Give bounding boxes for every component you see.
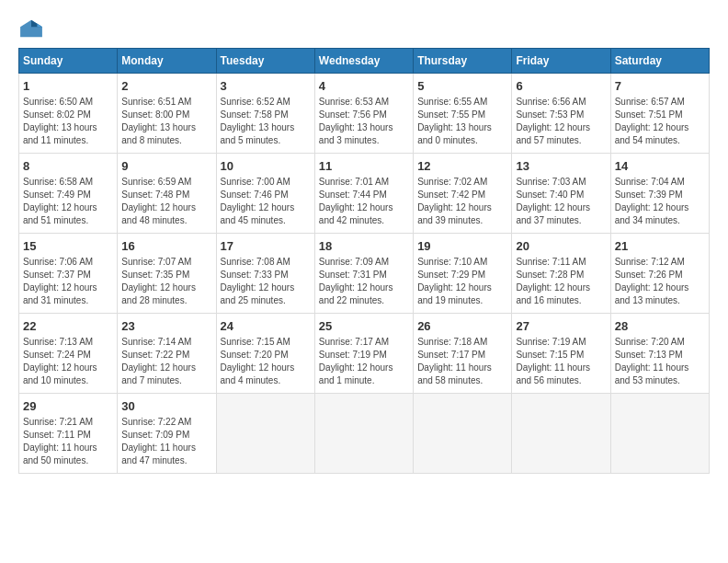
day-info: Sunrise: 7:18 AM Sunset: 7:17 PM Dayligh… (417, 336, 507, 387)
calendar-cell: 8Sunrise: 6:58 AM Sunset: 7:49 PM Daylig… (19, 154, 118, 234)
day-info: Sunrise: 6:53 AM Sunset: 7:56 PM Dayligh… (319, 96, 409, 147)
day-info: Sunrise: 7:08 AM Sunset: 7:33 PM Dayligh… (221, 256, 311, 307)
day-number: 25 (319, 319, 409, 333)
day-info: Sunrise: 6:59 AM Sunset: 7:48 PM Dayligh… (121, 176, 211, 227)
day-number: 2 (121, 79, 211, 93)
day-info: Sunrise: 7:19 AM Sunset: 7:15 PM Dayligh… (516, 336, 606, 387)
calendar-cell: 29Sunrise: 7:21 AM Sunset: 7:11 PM Dayli… (19, 394, 118, 474)
day-info: Sunrise: 7:14 AM Sunset: 7:22 PM Dayligh… (121, 336, 211, 387)
calendar-cell: 3Sunrise: 6:52 AM Sunset: 7:58 PM Daylig… (216, 74, 314, 154)
day-info: Sunrise: 7:12 AM Sunset: 7:26 PM Dayligh… (615, 256, 705, 307)
day-number: 26 (417, 319, 507, 333)
calendar-cell: 20Sunrise: 7:11 AM Sunset: 7:28 PM Dayli… (512, 234, 610, 314)
calendar-cell: 5Sunrise: 6:55 AM Sunset: 7:55 PM Daylig… (414, 74, 512, 154)
day-info: Sunrise: 7:01 AM Sunset: 7:44 PM Dayligh… (319, 176, 409, 227)
day-info: Sunrise: 7:00 AM Sunset: 7:46 PM Dayligh… (221, 176, 311, 227)
day-info: Sunrise: 7:04 AM Sunset: 7:39 PM Dayligh… (615, 176, 705, 227)
day-header-saturday: Saturday (610, 49, 709, 74)
day-header-friday: Friday (512, 49, 610, 74)
calendar-cell: 19Sunrise: 7:10 AM Sunset: 7:29 PM Dayli… (414, 234, 512, 314)
calendar-header: SundayMondayTuesdayWednesdayThursdayFrid… (19, 49, 710, 74)
calendar-cell: 10Sunrise: 7:00 AM Sunset: 7:46 PM Dayli… (216, 154, 314, 234)
calendar-cell: 12Sunrise: 7:02 AM Sunset: 7:42 PM Dayli… (414, 154, 512, 234)
day-info: Sunrise: 6:56 AM Sunset: 7:53 PM Dayligh… (516, 96, 606, 147)
calendar-cell (512, 394, 610, 474)
calendar-week-4: 22Sunrise: 7:13 AM Sunset: 7:24 PM Dayli… (19, 314, 710, 394)
header-row: SundayMondayTuesdayWednesdayThursdayFrid… (19, 49, 710, 74)
day-number: 27 (516, 319, 606, 333)
calendar-cell: 18Sunrise: 7:09 AM Sunset: 7:31 PM Dayli… (314, 234, 413, 314)
day-info: Sunrise: 7:02 AM Sunset: 7:42 PM Dayligh… (417, 176, 507, 227)
day-info: Sunrise: 6:52 AM Sunset: 7:58 PM Dayligh… (221, 96, 311, 147)
calendar-cell: 2Sunrise: 6:51 AM Sunset: 8:00 PM Daylig… (118, 74, 216, 154)
calendar-week-5: 29Sunrise: 7:21 AM Sunset: 7:11 PM Dayli… (19, 394, 710, 474)
calendar-cell: 4Sunrise: 6:53 AM Sunset: 7:56 PM Daylig… (314, 74, 413, 154)
day-number: 20 (516, 239, 606, 253)
calendar-cell (414, 394, 512, 474)
day-info: Sunrise: 6:50 AM Sunset: 8:02 PM Dayligh… (23, 96, 113, 147)
day-info: Sunrise: 7:13 AM Sunset: 7:24 PM Dayligh… (23, 336, 113, 387)
day-info: Sunrise: 6:58 AM Sunset: 7:49 PM Dayligh… (23, 176, 113, 227)
day-number: 18 (319, 239, 409, 253)
day-info: Sunrise: 7:20 AM Sunset: 7:13 PM Dayligh… (615, 336, 705, 387)
day-number: 11 (319, 159, 409, 173)
calendar-cell: 11Sunrise: 7:01 AM Sunset: 7:44 PM Dayli… (314, 154, 413, 234)
day-info: Sunrise: 7:10 AM Sunset: 7:29 PM Dayligh… (417, 256, 507, 307)
calendar-cell: 17Sunrise: 7:08 AM Sunset: 7:33 PM Dayli… (216, 234, 314, 314)
day-number: 17 (221, 239, 311, 253)
day-number: 9 (121, 159, 211, 173)
day-info: Sunrise: 7:15 AM Sunset: 7:20 PM Dayligh… (221, 336, 311, 387)
day-number: 3 (221, 79, 311, 93)
day-number: 22 (23, 319, 113, 333)
day-number: 29 (23, 399, 113, 413)
day-info: Sunrise: 7:11 AM Sunset: 7:28 PM Dayligh… (516, 256, 606, 307)
day-number: 15 (23, 239, 113, 253)
calendar-cell (314, 394, 413, 474)
day-info: Sunrise: 6:55 AM Sunset: 7:55 PM Dayligh… (417, 96, 507, 147)
calendar: SundayMondayTuesdayWednesdayThursdayFrid… (18, 48, 710, 474)
day-header-tuesday: Tuesday (216, 49, 314, 74)
day-number: 7 (615, 79, 705, 93)
day-number: 24 (221, 319, 311, 333)
logo-icon (18, 18, 44, 39)
calendar-cell: 27Sunrise: 7:19 AM Sunset: 7:15 PM Dayli… (512, 314, 610, 394)
logo (18, 18, 48, 39)
calendar-cell: 6Sunrise: 6:56 AM Sunset: 7:53 PM Daylig… (512, 74, 610, 154)
calendar-cell: 1Sunrise: 6:50 AM Sunset: 8:02 PM Daylig… (19, 74, 118, 154)
day-header-thursday: Thursday (414, 49, 512, 74)
calendar-week-3: 15Sunrise: 7:06 AM Sunset: 7:37 PM Dayli… (19, 234, 710, 314)
calendar-cell: 14Sunrise: 7:04 AM Sunset: 7:39 PM Dayli… (610, 154, 709, 234)
calendar-cell: 13Sunrise: 7:03 AM Sunset: 7:40 PM Dayli… (512, 154, 610, 234)
calendar-cell: 9Sunrise: 6:59 AM Sunset: 7:48 PM Daylig… (118, 154, 216, 234)
day-number: 8 (23, 159, 113, 173)
calendar-week-2: 8Sunrise: 6:58 AM Sunset: 7:49 PM Daylig… (19, 154, 710, 234)
day-info: Sunrise: 7:21 AM Sunset: 7:11 PM Dayligh… (23, 416, 113, 467)
day-header-monday: Monday (118, 49, 216, 74)
calendar-body: 1Sunrise: 6:50 AM Sunset: 8:02 PM Daylig… (19, 74, 710, 474)
day-info: Sunrise: 6:57 AM Sunset: 7:51 PM Dayligh… (615, 96, 705, 147)
day-number: 1 (23, 79, 113, 93)
day-number: 5 (417, 79, 507, 93)
svg-marker-2 (37, 24, 42, 28)
day-info: Sunrise: 7:06 AM Sunset: 7:37 PM Dayligh… (23, 256, 113, 307)
calendar-cell: 7Sunrise: 6:57 AM Sunset: 7:51 PM Daylig… (610, 74, 709, 154)
day-info: Sunrise: 7:09 AM Sunset: 7:31 PM Dayligh… (319, 256, 409, 307)
calendar-cell: 26Sunrise: 7:18 AM Sunset: 7:17 PM Dayli… (414, 314, 512, 394)
day-number: 6 (516, 79, 606, 93)
calendar-cell: 25Sunrise: 7:17 AM Sunset: 7:19 PM Dayli… (314, 314, 413, 394)
day-number: 12 (417, 159, 507, 173)
day-number: 30 (121, 399, 211, 413)
calendar-cell (216, 394, 314, 474)
day-info: Sunrise: 7:03 AM Sunset: 7:40 PM Dayligh… (516, 176, 606, 227)
calendar-cell: 16Sunrise: 7:07 AM Sunset: 7:35 PM Dayli… (118, 234, 216, 314)
day-info: Sunrise: 7:17 AM Sunset: 7:19 PM Dayligh… (319, 336, 409, 387)
calendar-cell (610, 394, 709, 474)
day-number: 16 (121, 239, 211, 253)
calendar-cell: 23Sunrise: 7:14 AM Sunset: 7:22 PM Dayli… (118, 314, 216, 394)
day-header-wednesday: Wednesday (314, 49, 413, 74)
calendar-cell: 22Sunrise: 7:13 AM Sunset: 7:24 PM Dayli… (19, 314, 118, 394)
day-info: Sunrise: 7:22 AM Sunset: 7:09 PM Dayligh… (121, 416, 211, 467)
calendar-cell: 30Sunrise: 7:22 AM Sunset: 7:09 PM Dayli… (118, 394, 216, 474)
day-number: 23 (121, 319, 211, 333)
calendar-cell: 15Sunrise: 7:06 AM Sunset: 7:37 PM Dayli… (19, 234, 118, 314)
